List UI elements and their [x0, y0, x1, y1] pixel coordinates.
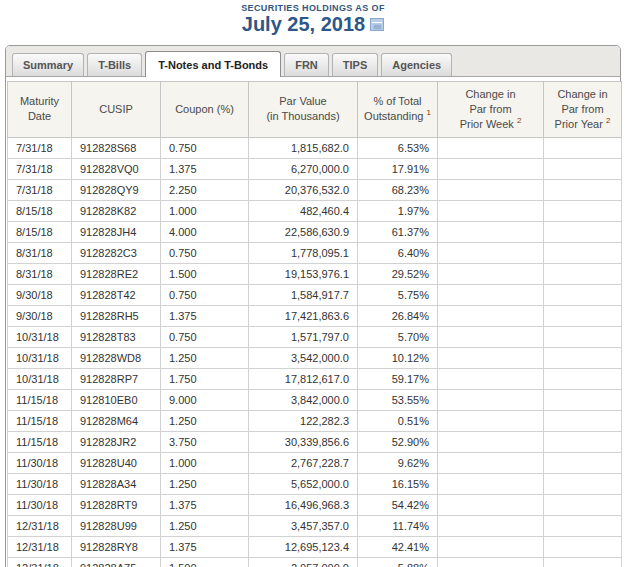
- table-row: 8/31/189128282C30.7501,778,095.16.40%: [8, 242, 622, 263]
- tab-agencies[interactable]: Agencies: [381, 53, 452, 76]
- cell-change_year: [544, 473, 622, 494]
- column-header-text: Outstanding: [364, 110, 423, 122]
- cell-change_year: [544, 179, 622, 200]
- cell-pct: 53.55%: [358, 389, 438, 410]
- cell-coupon: 2.250: [161, 179, 249, 200]
- column-header-text: Coupon (%): [175, 103, 234, 115]
- column-header-pct: % of TotalOutstanding 1: [358, 82, 438, 138]
- cell-change_year: [544, 389, 622, 410]
- cell-change_year: [544, 368, 622, 389]
- cell-maturity: 11/30/18: [8, 494, 72, 515]
- column-header-text: Par Value: [279, 95, 327, 107]
- cell-change_week: [438, 536, 544, 557]
- cell-cusip: 912828U40: [72, 452, 161, 473]
- cell-change_week: [438, 200, 544, 221]
- footnote-marker: 2: [606, 116, 610, 125]
- cell-coupon: 1.375: [161, 305, 249, 326]
- holdings-panel: SummaryT-BillsT-Notes and T-BondsFRNTIPS…: [5, 45, 621, 567]
- cell-pct: 61.37%: [358, 221, 438, 242]
- cell-pct: 5.70%: [358, 326, 438, 347]
- cell-coupon: 1.375: [161, 494, 249, 515]
- tab-content: MaturityDateCUSIPCoupon (%)Par Value(in …: [6, 77, 620, 567]
- cell-cusip: 912828RY8: [72, 536, 161, 557]
- cell-par: 1,815,682.0: [249, 137, 358, 158]
- cell-pct: 1.97%: [358, 200, 438, 221]
- cell-par: 1,571,797.0: [249, 326, 358, 347]
- cell-change_week: [438, 473, 544, 494]
- table-row: 12/31/18912828RY81.37512,695,123.442.41%: [8, 536, 622, 557]
- tab-t-notes-and-t-bonds[interactable]: T-Notes and T-Bonds: [145, 51, 281, 77]
- cell-change_week: [438, 221, 544, 242]
- tab-summary[interactable]: Summary: [12, 53, 84, 76]
- cell-change_year: [544, 347, 622, 368]
- column-header-text: CUSIP: [99, 103, 133, 115]
- cell-change_week: [438, 410, 544, 431]
- cell-cusip: 9128282C3: [72, 242, 161, 263]
- cell-cusip: 912828QY9: [72, 179, 161, 200]
- cell-pct: 52.90%: [358, 431, 438, 452]
- cell-par: 1,778,095.1: [249, 242, 358, 263]
- column-header-text: (in Thousands): [266, 110, 339, 122]
- cell-par: 22,586,630.9: [249, 221, 358, 242]
- cell-par: 30,339,856.6: [249, 431, 358, 452]
- footnote-marker: 1: [426, 109, 430, 118]
- cell-change_year: [544, 410, 622, 431]
- cell-maturity: 11/15/18: [8, 389, 72, 410]
- cell-cusip: 912828VQ0: [72, 158, 161, 179]
- cell-par: 482,460.4: [249, 200, 358, 221]
- cell-maturity: 11/30/18: [8, 452, 72, 473]
- cell-change_year: [544, 536, 622, 557]
- cell-par: 122,282.3: [249, 410, 358, 431]
- cell-pct: 59.17%: [358, 368, 438, 389]
- cell-coupon: 4.000: [161, 221, 249, 242]
- cell-cusip: 912828RP7: [72, 368, 161, 389]
- tab-tips[interactable]: TIPS: [332, 53, 378, 76]
- cell-change_week: [438, 242, 544, 263]
- cell-maturity: 12/31/18: [8, 515, 72, 536]
- cell-maturity: 7/31/18: [8, 179, 72, 200]
- page-title: July 25, 2018: [0, 13, 626, 36]
- cell-coupon: 0.750: [161, 137, 249, 158]
- cell-change_week: [438, 137, 544, 158]
- cell-coupon: 0.750: [161, 284, 249, 305]
- table-row: 10/31/18912828RP71.75017,812,617.059.17%: [8, 368, 622, 389]
- table-row: 11/30/18912828U401.0002,767,228.79.62%: [8, 452, 622, 473]
- cell-change_year: [544, 305, 622, 326]
- table-row: 11/15/18912828JR23.75030,339,856.652.90%: [8, 431, 622, 452]
- cell-cusip: 912828RE2: [72, 263, 161, 284]
- holdings-table: MaturityDateCUSIPCoupon (%)Par Value(in …: [7, 81, 622, 567]
- cell-maturity: 8/31/18: [8, 263, 72, 284]
- cell-cusip: 912828S68: [72, 137, 161, 158]
- cell-coupon: 3.750: [161, 431, 249, 452]
- cell-coupon: 1.500: [161, 263, 249, 284]
- cell-pct: 6.40%: [358, 242, 438, 263]
- cell-maturity: 11/15/18: [8, 431, 72, 452]
- cell-par: 1,584,917.7: [249, 284, 358, 305]
- column-header-maturity: MaturityDate: [8, 82, 72, 138]
- table-row: 12/31/18912828U991.2503,457,357.011.74%: [8, 515, 622, 536]
- cell-coupon: 1.000: [161, 452, 249, 473]
- column-header-cusip: CUSIP: [72, 82, 161, 138]
- cell-cusip: 912828A34: [72, 473, 161, 494]
- cell-coupon: 9.000: [161, 389, 249, 410]
- cell-cusip: 912828WD8: [72, 347, 161, 368]
- cell-change_week: [438, 263, 544, 284]
- cell-change_week: [438, 452, 544, 473]
- column-header-text: Prior Year: [555, 118, 603, 130]
- cell-maturity: 8/15/18: [8, 221, 72, 242]
- column-header-text: % of Total: [373, 95, 421, 107]
- tab-t-bills[interactable]: T-Bills: [87, 53, 142, 76]
- cell-change_week: [438, 368, 544, 389]
- cell-change_year: [544, 158, 622, 179]
- tab-frn[interactable]: FRN: [284, 53, 329, 76]
- cell-maturity: 10/31/18: [8, 368, 72, 389]
- table-row: 9/30/18912828RH51.37517,421,863.626.84%: [8, 305, 622, 326]
- column-header-text: Par from: [469, 103, 511, 115]
- cell-change_year: [544, 452, 622, 473]
- cell-pct: 54.42%: [358, 494, 438, 515]
- cell-par: 3,842,000.0: [249, 389, 358, 410]
- calendar-icon[interactable]: [370, 18, 384, 31]
- cell-change_week: [438, 431, 544, 452]
- cell-change_week: [438, 557, 544, 567]
- column-header-text: Maturity: [20, 95, 59, 107]
